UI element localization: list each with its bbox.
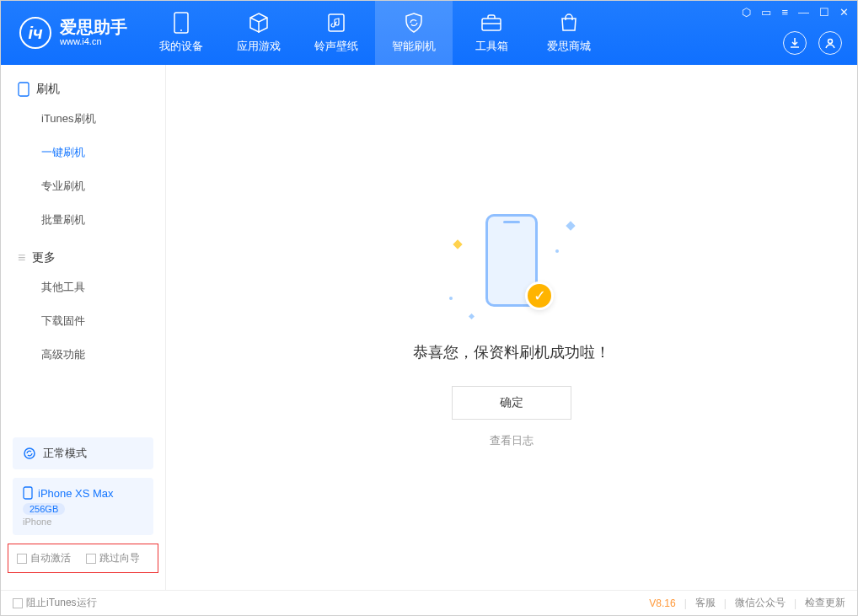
sync-icon	[23, 447, 36, 460]
device-capacity: 256GB	[23, 503, 65, 515]
tab-flash[interactable]: 智能刷机	[375, 1, 453, 65]
footer-right: V8.16 | 客服 | 微信公众号 | 检查更新	[649, 596, 845, 610]
sidebar-group-more: ≡ 更多	[1, 245, 165, 271]
sidebar-item-one-click-flash[interactable]: 一键刷机	[1, 136, 165, 169]
tab-label: 爱思商城	[547, 39, 591, 54]
tab-toolbox[interactable]: 工具箱	[453, 1, 530, 65]
check-badge-icon: ✓	[525, 281, 554, 310]
device-box[interactable]: iPhone XS Max 256GB iPhone	[13, 478, 153, 535]
checkbox-auto-activate[interactable]: 自动激活	[17, 551, 71, 565]
sidebar-item-itunes-flash[interactable]: iTunes刷机	[1, 102, 165, 136]
tab-label: 智能刷机	[392, 39, 436, 54]
svg-point-6	[24, 448, 35, 458]
user-button[interactable]	[818, 31, 842, 55]
header: iч 爱思助手 www.i4.cn 我的设备 应用游戏 铃声壁纸 智能刷机 工具…	[1, 1, 857, 65]
sidebar-item-pro-flash[interactable]: 专业刷机	[1, 169, 165, 203]
success-message: 恭喜您，保资料刷机成功啦！	[413, 342, 610, 362]
tab-label: 应用游戏	[237, 39, 281, 54]
chk-label: 阻止iTunes运行	[26, 596, 97, 610]
svg-rect-3	[482, 19, 501, 30]
tab-ringtones[interactable]: 铃声壁纸	[298, 1, 375, 65]
app-name: 爱思助手	[60, 19, 127, 35]
sidebar-group-flash: 刷机	[1, 77, 165, 102]
bag-icon	[558, 12, 580, 34]
shield-refresh-icon	[403, 12, 425, 34]
cube-icon	[248, 12, 270, 34]
device-icon	[23, 486, 33, 500]
ok-button[interactable]: 确定	[452, 386, 571, 420]
phone-small-icon	[18, 82, 29, 97]
version-label: V8.16	[649, 597, 675, 609]
checkbox-skip-guide[interactable]: 跳过向导	[86, 551, 140, 565]
footer-wechat-link[interactable]: 微信公众号	[735, 596, 786, 610]
window-controls: ⬡ ▭ ≡ — ☐ ✕	[742, 6, 849, 19]
logo: iч 爱思助手 www.i4.cn	[1, 17, 142, 49]
tab-apps[interactable]: 应用游戏	[220, 1, 298, 65]
sidebar-item-other-tools[interactable]: 其他工具	[1, 271, 165, 304]
shirt-icon[interactable]: ⬡	[742, 6, 751, 19]
svg-rect-2	[329, 14, 344, 31]
group-label: 更多	[32, 250, 56, 265]
minimize-button[interactable]: —	[798, 6, 809, 19]
svg-rect-7	[24, 487, 32, 499]
app-url: www.i4.cn	[60, 35, 127, 47]
chk-label: 跳过向导	[99, 551, 140, 565]
sidebar: 刷机 iTunes刷机 一键刷机 专业刷机 批量刷机 ≡ 更多 其他工具 下载固…	[1, 65, 166, 590]
group-label: 刷机	[36, 82, 60, 97]
footer: 阻止iTunes运行 V8.16 | 客服 | 微信公众号 | 检查更新	[1, 590, 857, 615]
close-button[interactable]: ✕	[839, 6, 849, 19]
music-icon	[325, 12, 347, 34]
tab-label: 工具箱	[475, 39, 508, 54]
checkbox-block-itunes[interactable]: 阻止iTunes运行	[13, 596, 97, 610]
header-right	[783, 31, 842, 55]
maximize-button[interactable]: ☐	[819, 6, 829, 19]
success-illustration: ✓	[444, 207, 579, 325]
mode-label: 正常模式	[43, 446, 87, 461]
toolbox-icon	[480, 12, 502, 34]
body: 刷机 iTunes刷机 一键刷机 专业刷机 批量刷机 ≡ 更多 其他工具 下载固…	[1, 65, 857, 590]
tab-store[interactable]: 爱思商城	[530, 1, 608, 65]
footer-update-link[interactable]: 检查更新	[805, 596, 845, 610]
tab-my-device[interactable]: 我的设备	[142, 1, 220, 65]
device-name: iPhone XS Max	[38, 487, 114, 500]
svg-point-4	[829, 40, 833, 44]
chk-label: 自动激活	[30, 551, 71, 565]
logo-text: 爱思助手 www.i4.cn	[60, 19, 127, 47]
tab-label: 铃声壁纸	[314, 39, 358, 54]
view-log-link[interactable]: 查看日志	[490, 433, 534, 448]
main-content: ✓ 恭喜您，保资料刷机成功啦！ 确定 查看日志	[166, 65, 857, 590]
menu-icon[interactable]: ≡	[781, 6, 788, 19]
options-row: 自动激活 跳过向导	[8, 544, 158, 573]
download-button[interactable]	[783, 31, 807, 55]
phone-icon	[170, 12, 192, 34]
logo-icon: iч	[19, 17, 51, 49]
card-icon[interactable]: ▭	[761, 6, 771, 19]
list-icon: ≡	[18, 250, 25, 265]
device-sub: iPhone	[23, 517, 143, 527]
svg-point-1	[180, 29, 182, 31]
footer-service-link[interactable]: 客服	[695, 596, 716, 610]
sidebar-item-download-firmware[interactable]: 下载固件	[1, 304, 165, 338]
sidebar-item-advanced[interactable]: 高级功能	[1, 338, 165, 372]
tab-label: 我的设备	[159, 39, 203, 54]
svg-rect-5	[19, 83, 29, 96]
sidebar-item-batch-flash[interactable]: 批量刷机	[1, 203, 165, 237]
tabs: 我的设备 应用游戏 铃声壁纸 智能刷机 工具箱 爱思商城	[142, 1, 608, 65]
mode-box[interactable]: 正常模式	[13, 437, 153, 469]
